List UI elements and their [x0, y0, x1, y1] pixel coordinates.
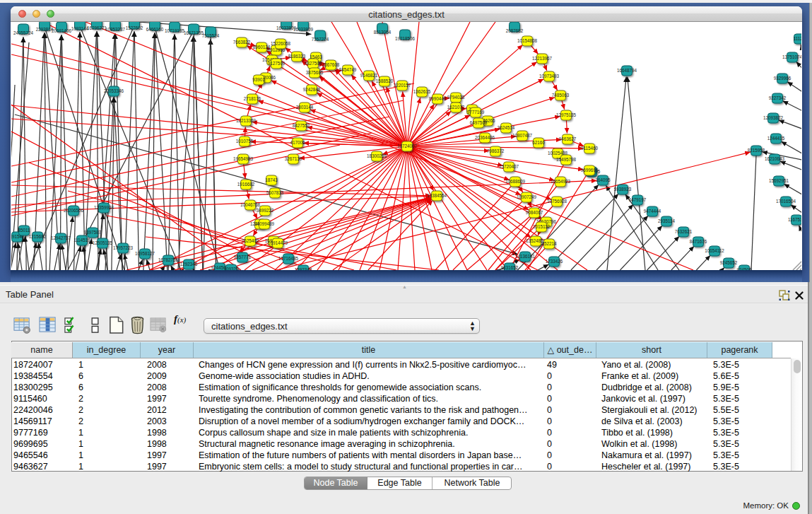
svg-text:10046768: 10046768 [240, 202, 261, 207]
svg-text:8427552: 8427552 [293, 123, 310, 128]
svg-text:9329966: 9329966 [774, 76, 792, 81]
svg-text:19218506: 19218506 [395, 36, 416, 41]
svg-text:9115460: 9115460 [581, 146, 599, 151]
svg-text:20364436: 20364436 [475, 135, 495, 140]
svg-text:252214: 252214 [541, 241, 557, 246]
svg-text:8215958: 8215958 [748, 148, 765, 153]
svg-text:7632621: 7632621 [675, 229, 693, 234]
svg-text:2803144: 2803144 [296, 105, 314, 110]
svg-text:22053346: 22053346 [104, 88, 124, 93]
svg-text:18907249: 18907249 [517, 194, 537, 199]
svg-text:10154808: 10154808 [517, 38, 538, 43]
svg-text:15692951: 15692951 [769, 178, 789, 183]
svg-text:1015112: 1015112 [533, 224, 551, 229]
svg-text:20691406: 20691406 [52, 28, 72, 33]
svg-text:10756928: 10756928 [547, 199, 567, 204]
svg-text:16210643: 16210643 [765, 156, 785, 161]
svg-text:5938923: 5938923 [614, 187, 632, 192]
svg-text:1244415: 1244415 [767, 136, 785, 141]
svg-text:12942737: 12942737 [51, 235, 71, 240]
svg-text:417006: 417006 [290, 140, 305, 145]
svg-text:8813054: 8813054 [374, 30, 392, 35]
svg-text:9463627: 9463627 [559, 136, 577, 141]
svg-text:9245652: 9245652 [720, 260, 738, 265]
svg-text:2718176: 2718176 [244, 96, 261, 101]
svg-text:18300295: 18300295 [367, 153, 387, 158]
svg-text:9777169: 9777169 [467, 110, 485, 115]
svg-text:10853287: 10853287 [105, 27, 126, 32]
svg-text:5607833: 5607833 [266, 190, 284, 195]
svg-text:8990448: 8990448 [429, 96, 447, 101]
svg-text:62160: 62160 [532, 140, 545, 145]
svg-text:10688609: 10688609 [505, 179, 526, 184]
svg-text:7357224: 7357224 [312, 37, 329, 42]
svg-text:9474444: 9474444 [644, 209, 661, 214]
svg-text:1733426: 1733426 [546, 259, 563, 264]
svg-text:19654983: 19654983 [233, 156, 254, 161]
svg-text:13751074: 13751074 [782, 54, 801, 59]
svg-text:10958127: 10958127 [135, 251, 155, 256]
svg-text:6466160: 6466160 [146, 27, 164, 32]
svg-text:14099489: 14099489 [254, 221, 275, 226]
svg-text:1362615: 1362615 [413, 89, 431, 94]
svg-text:11121: 11121 [794, 36, 801, 41]
svg-text:93901: 93901 [252, 77, 265, 82]
svg-text:12093872: 12093872 [763, 115, 784, 120]
svg-text:12359934: 12359934 [94, 205, 114, 210]
svg-text:9146821: 9146821 [360, 73, 378, 78]
svg-text:12213369: 12213369 [236, 118, 257, 123]
svg-text:1527602: 1527602 [126, 25, 143, 30]
svg-text:8454749: 8454749 [339, 67, 357, 72]
svg-text:2087682: 2087682 [506, 28, 524, 33]
svg-text:9084067: 9084067 [526, 210, 543, 215]
svg-text:17957223: 17957223 [113, 245, 134, 250]
svg-text:3499222: 3499222 [257, 208, 274, 213]
svg-text:15720407: 15720407 [499, 164, 519, 169]
svg-text:7986372: 7986372 [487, 148, 505, 153]
svg-text:10654112: 10654112 [705, 248, 724, 253]
svg-text:2935114: 2935114 [658, 218, 676, 223]
svg-text:9699695: 9699695 [581, 168, 599, 173]
svg-text:9857771: 9857771 [234, 255, 252, 259]
svg-text:1621072: 1621072 [447, 105, 465, 110]
svg-text:16296271: 16296271 [87, 25, 107, 30]
svg-text:12975135: 12975135 [556, 112, 577, 117]
svg-text:15716485: 15716485 [278, 256, 299, 261]
svg-text:18743: 18743 [265, 177, 278, 182]
svg-text:10719185: 10719185 [165, 28, 185, 33]
svg-text:1010755: 1010755 [236, 139, 254, 144]
svg-text:6497508: 6497508 [470, 120, 488, 125]
svg-text:9794028: 9794028 [447, 95, 465, 100]
svg-text:1292346: 1292346 [180, 262, 198, 267]
svg-text:9831652: 9831652 [501, 265, 519, 270]
svg-text:8471676: 8471676 [690, 239, 707, 244]
svg-text:17016504: 17016504 [776, 199, 796, 204]
svg-text:18724007: 18724007 [397, 144, 418, 148]
svg-text:9227342: 9227342 [769, 95, 787, 100]
svg-text:6479197: 6479197 [629, 197, 647, 202]
svg-text:12505135: 12505135 [93, 240, 113, 245]
svg-text:3875685: 3875685 [306, 70, 324, 75]
svg-text:164095: 164095 [595, 177, 611, 182]
svg-text:3220157: 3220157 [394, 83, 411, 88]
svg-text:1215682: 1215682 [29, 234, 47, 239]
svg-text:1114519: 1114519 [73, 238, 90, 243]
svg-text:16782759: 16782759 [158, 257, 179, 262]
svg-text:7515524: 7515524 [202, 33, 220, 38]
svg-text:20206506: 20206506 [64, 208, 84, 213]
svg-text:9127509: 9127509 [268, 61, 286, 66]
svg-text:7663822: 7663822 [233, 40, 251, 45]
svg-text:10807487: 10807487 [512, 133, 533, 138]
svg-text:7485063: 7485063 [552, 93, 570, 98]
svg-text:14136141: 14136141 [515, 254, 536, 259]
svg-text:3624514: 3624514 [498, 125, 515, 130]
svg-text:24055724: 24055724 [13, 30, 34, 35]
svg-text:16671355: 16671355 [184, 30, 204, 35]
svg-text:16648794: 16648794 [617, 68, 637, 73]
svg-text:16914479: 16914479 [268, 240, 288, 245]
svg-text:15495798: 15495798 [556, 157, 577, 162]
svg-text:16654923: 16654923 [551, 179, 571, 184]
svg-text:12213967: 12213967 [532, 56, 553, 61]
svg-text:9242848: 9242848 [303, 87, 321, 92]
svg-text:2367608: 2367608 [322, 62, 340, 67]
